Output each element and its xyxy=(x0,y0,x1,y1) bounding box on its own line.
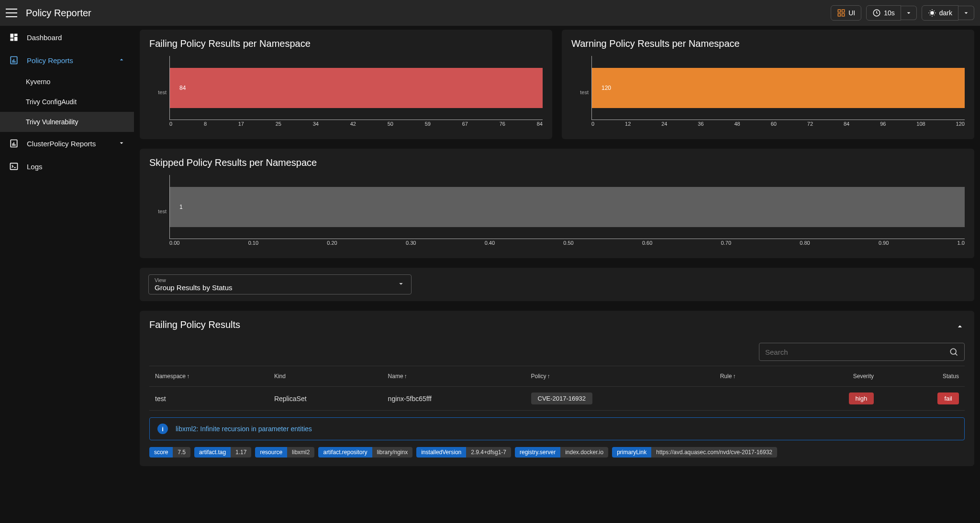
results-table: Namespace↑ Kind Name↑ Policy↑ Rule↑ Seve… xyxy=(149,366,965,411)
tags-row: score7.5artifact.tag1.17resourcelibxml2a… xyxy=(149,447,965,458)
sort-asc-icon: ↑ xyxy=(547,373,550,380)
chevron-down-icon xyxy=(905,9,913,17)
status-chip: fail xyxy=(937,392,959,404)
search-input[interactable] xyxy=(759,343,965,361)
svg-rect-17 xyxy=(15,144,16,146)
panel-title: Failing Policy Results per Namespace xyxy=(149,38,543,49)
vuln-description-link[interactable]: libxml2: Infinite recursion in parameter… xyxy=(176,425,312,433)
app-title: Policy Reporter xyxy=(26,8,91,19)
topbar: Policy Reporter UI 10s dark xyxy=(0,0,980,26)
ui-toggle-button[interactable]: UI xyxy=(831,5,861,21)
refresh-interval-selector[interactable]: 10s xyxy=(866,5,917,21)
dashboard-icon xyxy=(9,32,19,43)
sidebar-item-policy-reports[interactable]: Policy Reports xyxy=(0,49,134,72)
svg-rect-11 xyxy=(12,60,13,63)
tag-artifact-repository: artifact.repositorylibrary/nginx xyxy=(318,447,412,458)
hamburger-icon[interactable] xyxy=(6,9,17,17)
view-select-panel: View Group Results by Status xyxy=(140,268,974,301)
collapse-button[interactable] xyxy=(955,322,965,333)
cluster-report-icon xyxy=(9,138,19,149)
sort-asc-icon: ↑ xyxy=(404,373,407,380)
sort-asc-icon: ↑ xyxy=(733,373,735,380)
svg-rect-8 xyxy=(14,37,18,41)
sidebar-item-label: Policy Reports xyxy=(27,56,73,65)
svg-rect-13 xyxy=(15,61,16,63)
sidebar-item-label: ClusterPolicy Reports xyxy=(27,140,96,148)
tag-registry-server: registry.serverindex.docker.io xyxy=(515,447,608,458)
chart-skipped: test 1 0.000.100.200.300.400.500.600.700… xyxy=(149,173,965,250)
col-severity[interactable]: Severity xyxy=(785,366,880,387)
theme-icon xyxy=(928,9,936,17)
svg-rect-9 xyxy=(11,39,14,41)
svg-rect-2 xyxy=(838,14,840,16)
panel-title: Failing Policy Results xyxy=(149,319,240,330)
svg-rect-7 xyxy=(14,34,18,36)
sidebar-item-trivy-configaudit[interactable]: Trivy ConfigAudit xyxy=(0,92,134,112)
col-status[interactable]: Status xyxy=(880,366,965,387)
svg-rect-16 xyxy=(13,142,14,146)
svg-rect-1 xyxy=(842,10,845,12)
bar-test[interactable]: 84 xyxy=(170,68,543,108)
col-policy[interactable]: Policy↑ xyxy=(525,366,714,387)
chevron-up-icon xyxy=(118,56,125,65)
chart-failing: test 84 08172534425059677684 xyxy=(149,54,543,131)
sidebar-item-dashboard[interactable]: Dashboard xyxy=(0,26,134,49)
view-select[interactable]: View Group Results by Status xyxy=(148,274,412,294)
svg-point-5 xyxy=(930,11,934,15)
logs-icon xyxy=(9,161,19,172)
sidebar-item-label: Dashboard xyxy=(27,33,62,42)
policy-chip: CVE-2017-16932 xyxy=(531,392,592,404)
chart-warning: test 120 01224364860728496108120 xyxy=(571,54,965,131)
svg-rect-3 xyxy=(842,14,845,16)
tag-score: score7.5 xyxy=(149,447,190,458)
svg-point-19 xyxy=(950,349,956,354)
table-row[interactable]: test ReplicaSet nginx-5fbc65fff CVE-2017… xyxy=(149,387,965,411)
search-icon xyxy=(949,347,958,357)
severity-chip: high xyxy=(849,392,874,404)
col-namespace[interactable]: Namespace↑ xyxy=(149,366,268,387)
info-banner: i libxml2: Infinite recursion in paramet… xyxy=(149,417,965,440)
tag-installedVersion: installedVersion2.9.4+dfsg1-7 xyxy=(416,447,511,458)
svg-rect-0 xyxy=(838,10,840,12)
ui-icon xyxy=(837,9,846,17)
svg-rect-6 xyxy=(11,34,14,38)
x-ticks: 01224364860728496108120 xyxy=(591,121,965,131)
x-ticks: 08172534425059677684 xyxy=(169,121,543,131)
clock-icon xyxy=(872,9,881,17)
sidebar-item-logs[interactable]: Logs xyxy=(0,155,134,178)
svg-rect-18 xyxy=(11,163,18,169)
bar-test[interactable]: 120 xyxy=(592,68,965,108)
tag-primaryLink: primaryLinkhttps://avd.aquasec.com/nvd/c… xyxy=(612,447,777,458)
col-rule[interactable]: Rule↑ xyxy=(714,366,785,387)
sidebar-item-label: Logs xyxy=(27,163,43,171)
col-kind[interactable]: Kind xyxy=(268,366,382,387)
tag-resource: resourcelibxml2 xyxy=(255,447,314,458)
theme-dropdown-caret[interactable] xyxy=(958,6,974,20)
sidebar-item-label: Kyverno xyxy=(26,78,50,86)
report-icon xyxy=(9,55,19,65)
col-name[interactable]: Name↑ xyxy=(382,366,525,387)
sidebar-item-clusterpolicy-reports[interactable]: ClusterPolicy Reports xyxy=(0,132,134,155)
sidebar-item-trivy-vulnerability[interactable]: Trivy Vulnerability xyxy=(0,112,134,132)
sidebar-item-label: Trivy Vulnerability xyxy=(26,118,78,126)
panel-failing-namespace: Failing Policy Results per Namespace tes… xyxy=(140,30,552,139)
theme-selector[interactable]: dark xyxy=(922,5,974,21)
svg-rect-12 xyxy=(13,59,14,63)
table-header-row: Namespace↑ Kind Name↑ Policy↑ Rule↑ Seve… xyxy=(149,366,965,387)
refresh-dropdown-caret[interactable] xyxy=(901,6,917,20)
panel-title: Skipped Policy Results per Namespace xyxy=(149,157,965,168)
chevron-down-icon xyxy=(397,280,405,290)
chevron-down-icon xyxy=(118,139,125,148)
sidebar: Dashboard Policy Reports Kyverno Trivy C… xyxy=(0,26,134,523)
panel-skipped-namespace: Skipped Policy Results per Namespace tes… xyxy=(140,149,974,258)
content: Failing Policy Results per Namespace tes… xyxy=(134,26,980,523)
panel-warning-namespace: Warning Policy Results per Namespace tes… xyxy=(562,30,974,139)
bar-test[interactable]: 1 xyxy=(170,187,965,227)
sort-asc-icon: ↑ xyxy=(187,373,189,380)
sidebar-item-label: Trivy ConfigAudit xyxy=(26,98,77,106)
x-ticks: 0.000.100.200.300.400.500.600.700.800.90… xyxy=(169,240,965,250)
tag-artifact-tag: artifact.tag1.17 xyxy=(194,447,251,458)
panel-title: Warning Policy Results per Namespace xyxy=(571,38,965,49)
sidebar-item-kyverno[interactable]: Kyverno xyxy=(0,72,134,92)
chevron-down-icon xyxy=(962,9,970,17)
